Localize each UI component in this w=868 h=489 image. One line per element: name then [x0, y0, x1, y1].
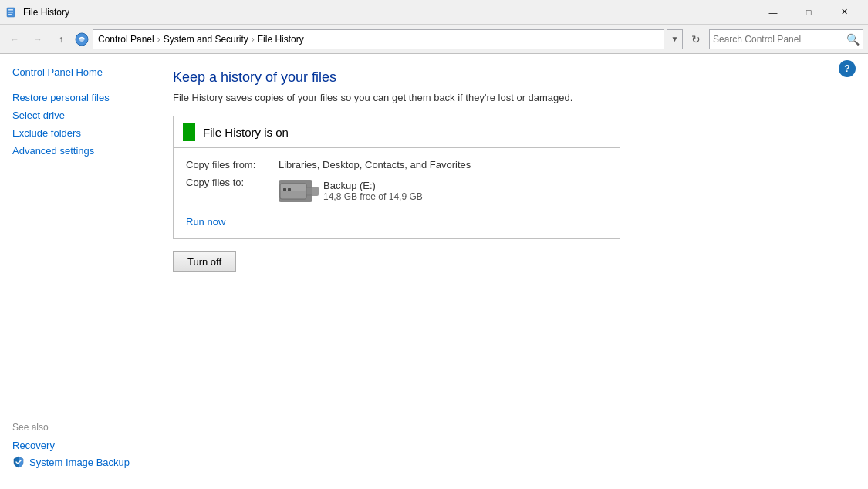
svg-rect-8: [306, 187, 312, 195]
svg-rect-2: [8, 12, 13, 13]
content-area: ? Keep a history of your files File Hist…: [154, 54, 868, 489]
help-button[interactable]: ?: [839, 60, 856, 77]
status-box: File History is on Copy files from: Libr…: [173, 116, 620, 239]
search-box: 🔍: [709, 29, 863, 49]
address-bar: ← → ↑ Control Panel › System and Securit…: [0, 25, 868, 54]
see-also-title: See also: [12, 422, 141, 433]
drive-icon: [279, 180, 312, 202]
crumb-control-panel[interactable]: Control Panel: [98, 34, 154, 45]
copy-from-row: Copy files from: Libraries, Desktop, Con…: [186, 159, 607, 170]
svg-rect-1: [8, 9, 13, 11]
sidebar-item-recovery[interactable]: Recovery: [12, 437, 141, 454]
run-now-link[interactable]: Run now: [186, 216, 225, 228]
address-dropdown[interactable]: ▼: [667, 29, 683, 49]
window-title: File History: [23, 7, 755, 18]
sidebar: Control Panel Home Restore personal file…: [0, 54, 154, 489]
status-body: Copy files from: Libraries, Desktop, Con…: [174, 148, 620, 238]
recovery-label: Recovery: [12, 440, 55, 451]
sidebar-item-control-panel-home[interactable]: Control Panel Home: [0, 63, 154, 81]
address-path[interactable]: Control Panel › System and Security › Fi…: [93, 29, 664, 49]
app-icon: [6, 6, 19, 19]
turn-off-button[interactable]: Turn off: [173, 251, 236, 272]
svg-rect-9: [283, 188, 286, 191]
drive-section: Backup (E:) 14,8 GB free of 14,9 GB: [279, 180, 423, 202]
crumb-system-security[interactable]: System and Security: [164, 34, 248, 45]
close-button[interactable]: ✕: [826, 0, 862, 25]
sidebar-item-advanced-settings[interactable]: Advanced settings: [0, 142, 154, 160]
shield-icon: [12, 456, 25, 468]
main-container: Control Panel Home Restore personal file…: [0, 54, 868, 489]
status-indicator: [183, 123, 195, 141]
sidebar-item-restore-files[interactable]: Restore personal files: [0, 89, 154, 106]
search-input[interactable]: [713, 34, 846, 45]
search-button[interactable]: 🔍: [846, 33, 860, 46]
page-title: Keep a history of your files: [173, 69, 849, 86]
refresh-button[interactable]: ↻: [686, 29, 706, 49]
page-subtitle: File History saves copies of your files …: [173, 92, 849, 103]
sidebar-item-exclude-folders[interactable]: Exclude folders: [0, 124, 154, 142]
minimize-button[interactable]: —: [755, 0, 791, 25]
svg-point-5: [79, 37, 84, 42]
drive-info: Backup (E:) 14,8 GB free of 14,9 GB: [323, 180, 423, 202]
svg-rect-3: [8, 14, 12, 15]
drive-name: Backup (E:): [323, 180, 423, 191]
copy-from-label: Copy files from:: [186, 159, 279, 170]
window-controls: — □ ✕: [755, 0, 862, 25]
sidebar-item-select-drive[interactable]: Select drive: [0, 106, 154, 124]
back-button[interactable]: ←: [5, 29, 25, 49]
crumb-file-history[interactable]: File History: [258, 34, 304, 45]
nav-icon: [74, 32, 90, 47]
status-header: File History is on: [174, 116, 620, 148]
drive-space: 14,8 GB free of 14,9 GB: [323, 191, 423, 202]
sidebar-item-system-image-backup[interactable]: System Image Backup: [12, 454, 141, 470]
copy-to-label: Copy files to:: [186, 177, 279, 202]
system-image-backup-label: System Image Backup: [29, 457, 130, 468]
maximize-button[interactable]: □: [791, 0, 826, 25]
svg-rect-10: [288, 188, 291, 191]
copy-to-row: Copy files to: Backup: [186, 177, 607, 202]
status-title: File History is on: [203, 126, 289, 139]
title-bar: File History — □ ✕: [0, 0, 868, 25]
see-also-section: See also Recovery System Image Backup: [0, 413, 154, 480]
forward-button[interactable]: →: [28, 29, 48, 49]
copy-from-value: Libraries, Desktop, Contacts, and Favori…: [279, 159, 471, 170]
up-button[interactable]: ↑: [51, 29, 71, 49]
